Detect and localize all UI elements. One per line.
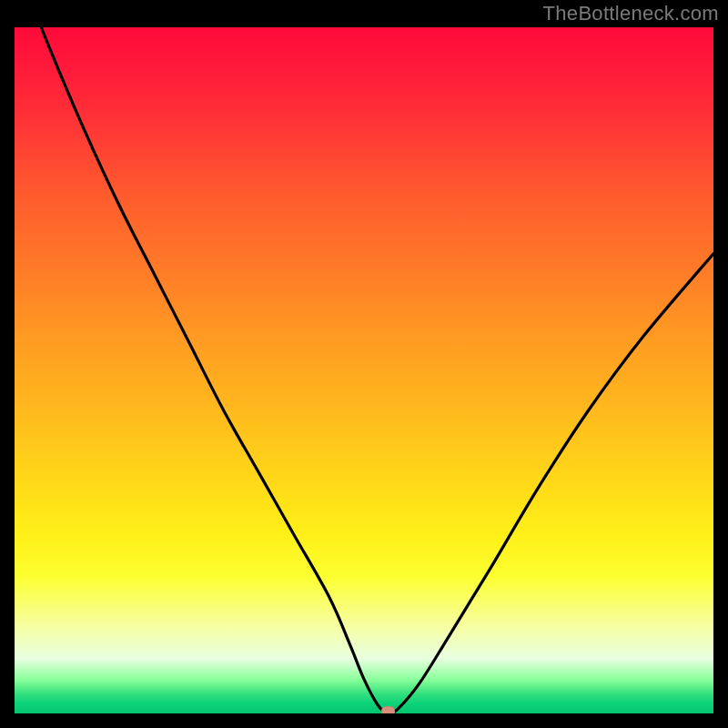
watermark-text: TheBottleneck.com <box>543 2 719 25</box>
chart-frame: TheBottleneck.com <box>0 0 728 728</box>
plot-inner <box>15 27 713 713</box>
plot-area <box>15 27 713 713</box>
optimal-point-marker <box>381 706 395 713</box>
bottleneck-curve <box>15 27 713 713</box>
